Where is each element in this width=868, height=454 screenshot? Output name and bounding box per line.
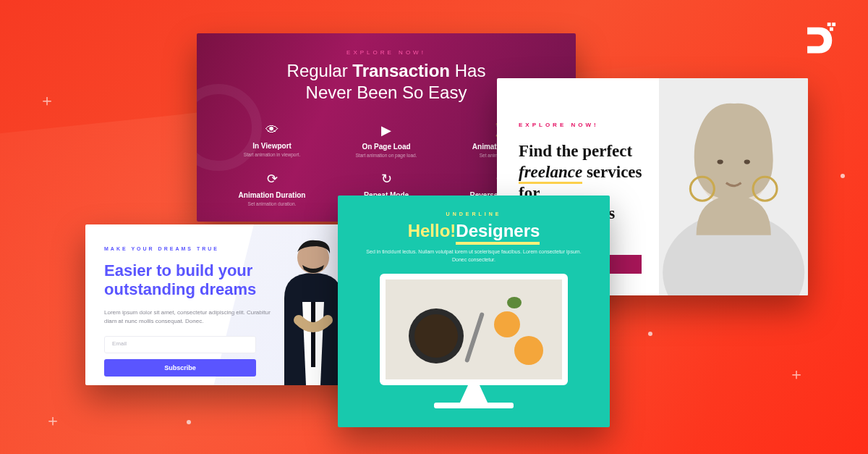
headline: Easier to build your outstanding dreams xyxy=(104,261,271,300)
eyebrow: UNDERLINE xyxy=(338,211,610,217)
subscribe-button[interactable]: Subscribe xyxy=(104,359,256,377)
text-bold: Transaction xyxy=(352,61,450,80)
feature-title: Animation Duration xyxy=(218,191,326,199)
play-icon: ▶ xyxy=(333,122,440,138)
email-field[interactable]: Email xyxy=(104,336,256,353)
text: Has xyxy=(450,61,485,80)
text: Find the perfect xyxy=(519,142,632,160)
text: Easier to build your xyxy=(104,261,252,279)
text-bold: Designers xyxy=(456,221,540,245)
text: Never Been So Easy xyxy=(306,83,467,102)
duration-icon: ⟳ xyxy=(218,171,326,187)
feature-sub: Start animation on page load. xyxy=(333,153,440,158)
feature-title: On Page Load xyxy=(333,143,440,151)
eyebrow: EXPLORE NOW! xyxy=(519,122,643,128)
monitor-illustration xyxy=(380,274,568,408)
svg-point-17 xyxy=(494,311,520,337)
card-designers: UNDERLINE Hello!Designers Sed in tincidu… xyxy=(338,196,610,427)
svg-rect-10 xyxy=(311,302,315,367)
headline: Hello!Designers xyxy=(338,221,610,241)
repeat-icon: ↻ xyxy=(333,171,440,187)
eyebrow: EXPLORE NOW! xyxy=(218,49,554,56)
svg-point-7 xyxy=(744,159,749,164)
svg-point-15 xyxy=(414,314,458,358)
monitor-screen xyxy=(380,274,568,385)
body-text: Lorem ipsum dolor sit amet, consectetur … xyxy=(104,308,271,326)
feature-item: ▶On Page LoadStart animation on page loa… xyxy=(333,122,440,158)
text-accent: Hello! xyxy=(408,221,456,240)
text: dreams xyxy=(200,280,256,298)
card-builder: MAKE YOUR DREAMS TRUE Easier to build yo… xyxy=(85,224,376,385)
body-text: Sed in tincidunt lectus. Nullam volutpat… xyxy=(365,248,582,264)
svg-point-6 xyxy=(717,159,723,164)
feature-sub: Set animation duration. xyxy=(218,201,326,206)
feature-item: ⟳Animation DurationSet animation duratio… xyxy=(218,171,326,206)
text-italic: freelance xyxy=(519,163,582,184)
text: Regular xyxy=(287,61,353,80)
portrait-photo xyxy=(659,78,808,295)
svg-point-19 xyxy=(507,297,522,308)
monitor-stand xyxy=(459,385,488,404)
text-accent: outstanding xyxy=(104,280,195,298)
svg-point-18 xyxy=(514,336,543,365)
